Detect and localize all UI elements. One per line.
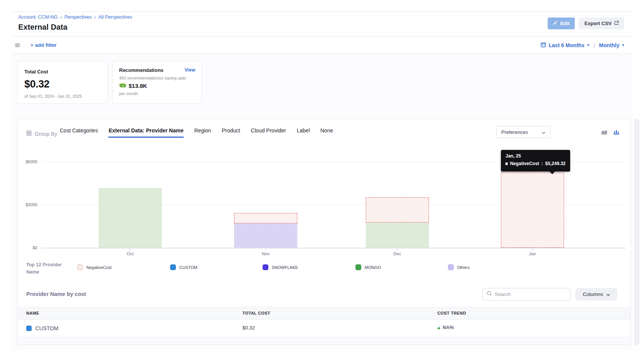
time-range-dropdown[interactable]: Last 6 Months [549, 42, 585, 48]
preferences-label: Preferences [501, 129, 528, 135]
total-cost-period: of Sep 01, 2024 - Jan 31, 2025 [24, 94, 100, 99]
tab-none[interactable]: None [320, 124, 333, 138]
series-marker-icon [505, 162, 508, 165]
chevron-right-icon: › [92, 15, 99, 19]
recommendations-savings: $13.8K [129, 83, 147, 89]
table-header-row: NAMETOTAL COSTCOST TREND [18, 307, 630, 320]
total-cost-title: Total Cost [24, 69, 100, 75]
vertical-scrollbar[interactable] [634, 119, 639, 345]
custom-swatch-icon [170, 264, 176, 270]
chart-legend: Top 12 Provider Name NegativeCostCUSTOMS… [18, 261, 631, 277]
y-axis-label: $6000 [18, 159, 37, 164]
y-axis-label: $0 [18, 245, 37, 250]
recommendations-card: Recommendations View 450 recommendation(… [113, 61, 202, 104]
custom-swatch-icon [26, 326, 32, 331]
bar-chart-icon[interactable] [613, 129, 620, 135]
chart-tooltip: Jan, 25 NegativeCost : $5,249.32 [501, 150, 570, 172]
tooltip-separator: : [542, 161, 543, 166]
columns-dropdown[interactable]: Columns [575, 288, 617, 301]
tab-product[interactable]: Product [222, 124, 241, 138]
column-header-name[interactable]: NAME [26, 311, 39, 315]
chevron-down-icon [542, 129, 545, 135]
top-divider [11, 11, 633, 12]
tab-cost-categories[interactable]: Cost Categories [59, 124, 98, 138]
calendar-icon [540, 42, 546, 49]
negativecost-swatch-icon [77, 264, 83, 270]
tab-cloud-provider[interactable]: Cloud Provider [250, 124, 287, 138]
x-axis-tick [532, 248, 533, 251]
filter-bar: + add filter Last 6 Months ▾ | Monthly ▾ [11, 37, 633, 54]
page: Account: CCM-NG›Perspectives›All Perspec… [0, 0, 644, 350]
filter-sliders-icon[interactable] [14, 42, 21, 48]
x-axis-line [41, 248, 626, 248]
tooltip-title: Jan, 25 [505, 153, 566, 159]
preferences-dropdown[interactable]: Preferences [496, 126, 550, 138]
legend-item-snowflake[interactable]: SNOWFLAKE [263, 264, 298, 270]
x-axis-label: Jan [517, 251, 548, 256]
chart-type-toggle [601, 129, 620, 135]
table-title: Provider Name by cost [26, 291, 86, 297]
bar-nov-others[interactable] [234, 223, 297, 248]
trend-value: NA% [443, 325, 454, 330]
chevron-down-icon[interactable]: ▾ [587, 43, 590, 48]
add-filter-button[interactable]: + add filter [30, 42, 57, 48]
page-header: Account: CCM-NG›Perspectives›All Perspec… [18, 14, 132, 32]
chevron-down-icon [606, 291, 610, 297]
others-swatch-icon [448, 264, 454, 270]
bar-oct-mongo[interactable] [99, 188, 162, 248]
row-name-label: CUSTOM [35, 325, 58, 331]
cash-stack-icon [119, 82, 126, 89]
recommendations-title: Recommendations [119, 67, 195, 73]
bar-jan-negativecost[interactable] [501, 172, 564, 248]
row-name-cell: CUSTOM [26, 325, 58, 331]
bar-dec-mongo[interactable] [366, 223, 429, 248]
edit-button[interactable]: Edit [548, 18, 575, 29]
legend-item-label: MONGO [365, 265, 381, 270]
pencil-icon [553, 21, 558, 26]
recommendations-subtitle: 450 recommendation(s) saving upto [119, 76, 195, 80]
group-by-label: Group By [35, 131, 57, 137]
area-chart-icon[interactable] [601, 129, 608, 135]
granularity-dropdown[interactable]: Monthly [599, 42, 620, 48]
column-header-total-cost[interactable]: TOTAL COST [242, 311, 270, 315]
total-cost-card: Total Cost $0.32 of Sep 01, 2024 - Jan 3… [17, 61, 108, 104]
x-axis-tick [130, 248, 131, 251]
table-bottom-strip [18, 337, 630, 345]
chevron-down-icon[interactable]: ▾ [622, 43, 624, 48]
bar-dec-negativecost[interactable] [366, 197, 429, 223]
breadcrumb-perspectives[interactable]: Perspectives [64, 14, 92, 20]
column-header-cost-trend[interactable]: COST TREND [437, 311, 466, 315]
cost-chart: Jan, 25 NegativeCost : $5,249.32 $0$3000… [18, 142, 631, 260]
export-csv-button[interactable]: Export CSV [579, 18, 624, 29]
breadcrumb-all-perspectives[interactable]: All Perspectives [98, 14, 132, 20]
view-recommendations-link[interactable]: View [185, 67, 195, 73]
time-controls: Last 6 Months ▾ | Monthly ▾ [540, 42, 624, 49]
legend-item-custom[interactable]: CUSTOM [170, 264, 197, 270]
row-cost-trend-cell: NA% [437, 325, 454, 330]
total-cost-value: $0.32 [24, 78, 100, 90]
tab-label[interactable]: Label [296, 124, 310, 138]
legend-item-others[interactable]: Others [448, 264, 470, 270]
tab-region[interactable]: Region [194, 124, 211, 138]
trend-up-icon [437, 326, 440, 329]
group-by-label-wrap: Group By [26, 130, 57, 137]
table-row-custom[interactable]: CUSTOM$0.32NA% [18, 320, 630, 337]
columns-label: Columns [583, 291, 603, 297]
tooltip-series: NegativeCost [510, 161, 539, 166]
x-axis-label: Oct [115, 251, 145, 256]
bar-nov-negativecost[interactable] [234, 213, 297, 223]
breadcrumb-account[interactable]: Account: CCM-NG [18, 14, 58, 20]
snowflake-swatch-icon [263, 264, 268, 270]
breadcrumb: Account: CCM-NG›Perspectives›All Perspec… [18, 14, 132, 20]
tooltip-arrow [550, 172, 555, 174]
search-input[interactable] [495, 291, 566, 297]
tab-external-data-provider-name[interactable]: External Data: Provider Name [108, 124, 184, 138]
legend-item-mongo[interactable]: MONGO [355, 264, 381, 270]
chevron-right-icon: › [58, 15, 65, 19]
header-actions: Edit Export CSV [548, 18, 624, 29]
row-total-cost-cell: $0.32 [242, 325, 255, 331]
grid-icon [26, 130, 32, 137]
y-axis-label: $3000 [18, 202, 37, 207]
legend-item-negativecost[interactable]: NegativeCost [77, 264, 112, 270]
x-axis-label: Dec [382, 251, 413, 256]
